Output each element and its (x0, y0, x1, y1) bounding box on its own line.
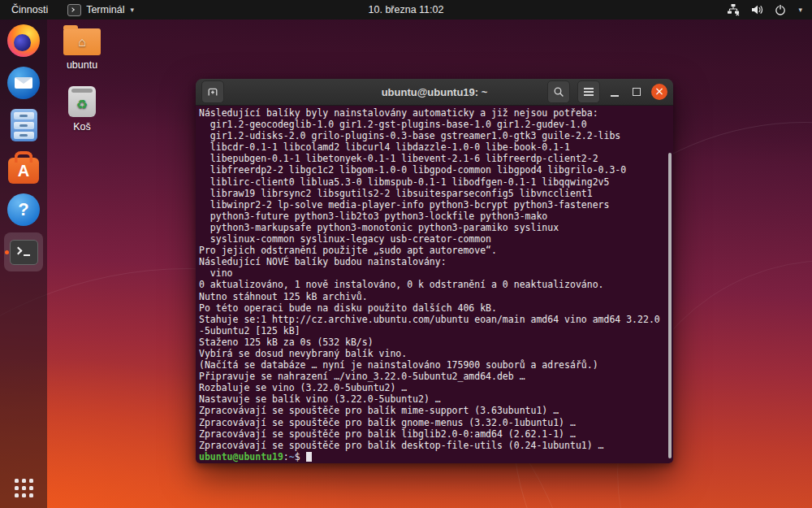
shell-prompt: ubuntu@ubuntu19:~$ (199, 451, 668, 462)
terminal-line: Po této operaci bude na disku použito da… (199, 302, 668, 314)
terminal-window: ubuntu@ubuntu19: ~ × Následující balíky … (196, 79, 673, 463)
terminal-line: Zpracovávají se spouštěče pro balík gnom… (199, 417, 668, 428)
terminal-line: Pro jejich odstranění použijte „sudo apt… (199, 245, 668, 256)
terminal-line: liblirc-client0 liblua5.3-0 libmspub-0.1… (199, 176, 668, 188)
maximize-icon (633, 88, 641, 96)
terminal-line: Zpracovávají se spouštěče pro balík mime… (199, 405, 668, 416)
terminal-line: -5ubuntu2 [125 kB] (199, 325, 668, 336)
firefox-icon (7, 24, 40, 57)
terminal-line: Připravuje se nahrazení …/vino_3.22.0-5u… (199, 371, 668, 382)
new-tab-button[interactable] (201, 80, 224, 103)
terminal-line: gir1.2-geocodeglib-1.0 gir1.2-gst-plugin… (199, 119, 668, 130)
dock-item-thunderbird[interactable] (4, 63, 43, 102)
activities-button[interactable]: Činnosti (0, 0, 59, 20)
show-applications-button[interactable] (15, 479, 33, 497)
top-bar: Činnosti Terminál ▾ 10. března 11:02 (0, 0, 812, 20)
volume-icon (750, 3, 763, 16)
terminal-line: Zpracovávají se spouštěče pro balík desk… (199, 440, 668, 451)
dock: A ? (0, 20, 47, 508)
terminal-icon (67, 4, 81, 16)
terminal-line: Vybírá se dosud nevybraný balík vino. (199, 348, 668, 359)
chevron-down-icon: ▾ (798, 6, 802, 14)
system-status-area[interactable]: ▾ (727, 0, 812, 20)
power-icon (774, 3, 787, 16)
prompt-user: ubuntu@ubuntu19 (199, 451, 283, 462)
search-button[interactable] (547, 80, 570, 103)
trash-icon: ♻ (68, 86, 96, 117)
minimize-button[interactable] (607, 85, 622, 99)
prompt-symbol: $ (295, 451, 300, 462)
terminal-line: Nutno stáhnout 125 kB archivů. (199, 291, 668, 302)
terminal-line: Staženo 125 kB za 0s (532 kB/s) (199, 336, 668, 348)
dock-item-ubuntu-software[interactable]: A (4, 148, 43, 187)
terminal-line: libwinpr2-2 lp-solve media-player-info p… (199, 199, 668, 211)
terminal-line: Stahuje se:1 http://cz.archive.ubuntu.co… (199, 314, 668, 325)
dock-item-help[interactable]: ? (4, 190, 43, 229)
terminal-line: syslinux-common syslinux-legacy usb-crea… (199, 233, 668, 245)
terminal-line: Nastavuje se balík vino (3.22.0-5ubuntu2… (199, 393, 668, 405)
help-icon: ? (7, 193, 40, 226)
dock-item-files[interactable] (4, 106, 43, 145)
running-indicator (5, 250, 9, 254)
terminal-line: Rozbaluje se vino (3.22.0-5ubuntu2) … (199, 382, 668, 393)
files-icon (11, 109, 37, 141)
terminal-line: 0 aktualizováno, 1 nově instalováno, 0 k… (199, 279, 668, 290)
text-cursor (306, 452, 312, 462)
terminal-output[interactable]: Následující balíky byly nainstalovány au… (196, 106, 673, 463)
terminal-line: (Načítá se databáze … nyní je nainstalov… (199, 359, 668, 371)
dock-item-firefox[interactable] (4, 21, 43, 60)
desktop-icon-ubuntu[interactable]: ⌂ ubuntu (50, 23, 114, 71)
thunderbird-icon (7, 67, 40, 99)
chevron-down-icon: ▾ (130, 6, 134, 14)
close-button[interactable]: × (651, 84, 667, 100)
terminal-line: Následující NOVÉ balíky budou nainstalov… (199, 256, 668, 267)
terminal-line: vino (199, 267, 668, 279)
maximize-button[interactable] (629, 85, 644, 99)
terminal-icon (10, 240, 38, 265)
terminal-line: python3-markupsafe python3-monotonic pyt… (199, 222, 668, 233)
dock-item-terminal[interactable] (4, 232, 43, 271)
clock[interactable]: 10. března 11:02 (369, 0, 444, 20)
terminal-lines: Následující balíky byly nainstalovány au… (199, 107, 668, 451)
desktop-icon-label: ubuntu (50, 59, 114, 71)
terminal-line: libraw19 librsync2 libsgutils2-2 libsuit… (199, 188, 668, 199)
menu-button[interactable] (577, 80, 600, 103)
terminal-line: libepubgen-0.1-1 libetonyek-0.1-1 libeve… (199, 153, 668, 164)
app-menu-label: Terminál (86, 4, 124, 15)
prompt-separator: : (283, 451, 289, 462)
network-offline-icon (727, 3, 740, 16)
terminal-line: libfreerdp2-2 libgc1c2 libgom-1.0-0 libg… (199, 164, 668, 176)
home-folder-icon: ⌂ (63, 28, 101, 55)
ubuntu-software-icon: A (8, 158, 39, 184)
app-menu-terminal[interactable]: Terminál ▾ (59, 0, 142, 20)
desktop-icon-trash[interactable]: ♻ Koš (50, 86, 114, 132)
terminal-line: libcdr-0.1-1 libcolamd2 libcurl4 libdazz… (199, 141, 668, 153)
terminal-scrollbar[interactable] (668, 153, 672, 458)
minimize-icon (611, 95, 619, 97)
terminal-line: gir1.2-udisks-2.0 grilo-plugins-0.3-base… (199, 130, 668, 141)
terminal-titlebar[interactable]: ubuntu@ubuntu19: ~ × (196, 79, 673, 106)
prompt-path: ~ (289, 451, 295, 462)
desktop-icon-label: Koš (50, 121, 114, 132)
hamburger-icon (584, 91, 594, 93)
window-title: ubuntu@ubuntu19: ~ (382, 86, 488, 98)
terminal-line: Zpracovávají se spouštěče pro balík libg… (199, 428, 668, 440)
terminal-line: Následující balíky byly nainstalovány au… (199, 107, 668, 119)
terminal-line: python3-future python3-lib2to3 python3-l… (199, 211, 668, 222)
